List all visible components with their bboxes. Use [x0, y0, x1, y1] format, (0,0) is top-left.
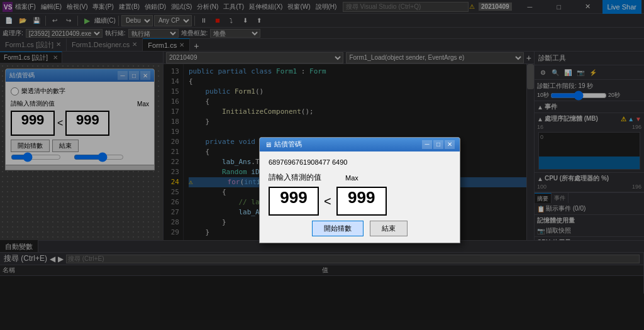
modal-window: 🖥 結債管碼 ─ □ ✕ 6897696761908477 6490 請輸入猜測… — [259, 137, 460, 243]
modal-title: 結債管碼 — [274, 140, 421, 149]
modal-end-btn[interactable]: 結束 — [370, 221, 408, 236]
modal-titlebar: 🖥 結債管碼 ─ □ ✕ — [260, 138, 460, 151]
modal-start-btn[interactable]: 開始猜數 — [312, 221, 364, 236]
modal-inputs-row: 999 < 999 — [269, 187, 451, 216]
modal-overlay: 🖥 結債管碼 ─ □ ✕ 6897696761908477 6490 請輸入猜測… — [0, 0, 644, 330]
modal-output-text: 6897696761908477 6490 — [269, 158, 451, 167]
modal-input2[interactable]: 999 — [336, 187, 387, 216]
modal-lt-sign: < — [324, 194, 331, 209]
modal-icon: 🖥 — [265, 141, 272, 148]
modal-minimize-btn[interactable]: ─ — [422, 140, 432, 149]
modal-label-row: 請輸入猜測的值 Max — [269, 172, 451, 183]
modal-buttons: 開始猜數 結束 — [269, 221, 451, 236]
modal-input1[interactable]: 999 — [269, 187, 319, 216]
modal-close-btn[interactable]: ✕ — [445, 140, 455, 149]
modal-input-label: 請輸入猜測的值 — [269, 172, 321, 183]
modal-max-label: Max — [345, 174, 358, 182]
modal-body: 6897696761908477 6490 請輸入猜測的值 Max 999 < … — [260, 151, 460, 243]
modal-maximize-btn[interactable]: □ — [433, 140, 443, 149]
